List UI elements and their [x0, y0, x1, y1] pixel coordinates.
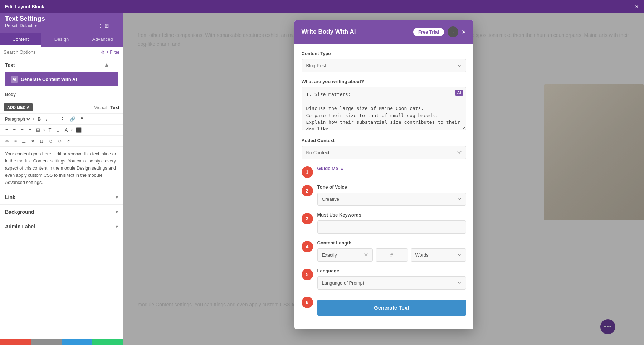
writing-topic-label: What are you writing about? [302, 79, 466, 84]
visual-tab[interactable]: Visual [94, 105, 107, 110]
bold-button[interactable]: B [36, 115, 43, 123]
generate-text-button[interactable]: Generate Text [317, 300, 466, 316]
redo-button[interactable]: ↻ [65, 137, 73, 145]
step-1-content: Guide Me ▲ [317, 166, 466, 173]
words-select[interactable]: Words Sentences Paragraphs [411, 248, 466, 262]
media-toolbar: ADD MEDIA Visual Text [0, 101, 123, 113]
undo-all-button[interactable]: ↺ [31, 339, 62, 345]
emoji-button[interactable]: ☺ [47, 137, 55, 145]
ordered-list-button[interactable]: ⋮ [58, 115, 67, 123]
text-tab[interactable]: Text [110, 105, 119, 110]
redo-all-button[interactable]: ↻ [62, 339, 92, 345]
panel-header-icons: ⛶ ⊞ ⋮ [96, 23, 118, 29]
chevron-up-icon[interactable]: ▲ [104, 62, 109, 68]
search-input[interactable] [4, 49, 98, 55]
link-label: Link [5, 194, 15, 200]
admin-chevron-icon: ▾ [116, 224, 118, 229]
superscript-button[interactable]: ⊥ [20, 137, 28, 145]
special-char-button[interactable]: Ω [38, 137, 45, 145]
background-section[interactable]: Background ▾ [0, 204, 123, 219]
step-2-row: 2 Tone of Voice Creative Professional Ca… [302, 184, 466, 206]
body-label: Body [5, 92, 118, 97]
cancel-button[interactable]: ✕ [0, 339, 31, 345]
link-section[interactable]: Link ▾ [0, 190, 123, 204]
text-settings-bar: Text Settings Preset: Default ▾ ⛶ ⊞ ⋮ [0, 13, 123, 33]
section-more-icon[interactable]: ⋮ [112, 62, 118, 68]
writing-topic-textarea[interactable]: I. Size Matters: Discuss the large size … [302, 87, 466, 130]
clear-format-button[interactable]: ⬛ [74, 126, 83, 134]
preset-label: Preset: Default ▾ [5, 23, 37, 28]
tab-advanced[interactable]: Advanced [82, 33, 123, 47]
bottom-toolbar: ✕ ↺ ↻ ✓ [0, 339, 123, 345]
modal-title: Write Body With AI [302, 28, 356, 35]
save-button[interactable]: ✓ [92, 339, 123, 345]
language-select[interactable]: Language of Prompt English Spanish Frenc… [317, 276, 466, 290]
add-media-button[interactable]: ADD MEDIA [4, 103, 33, 111]
text-style-button[interactable]: T [47, 126, 53, 134]
unordered-list-button[interactable]: ≡ [50, 115, 57, 123]
step-1-row: 1 Guide Me ▲ [302, 166, 466, 178]
tone-of-voice-select[interactable]: Creative Professional Casual Formal [317, 193, 466, 206]
align-center-button[interactable]: ≡ [11, 126, 18, 134]
admin-label-section[interactable]: Admin Label ▾ [0, 219, 123, 234]
step-4-row: 4 Content Length Exactly At least At mos… [302, 240, 466, 262]
free-trial-badge: Free Trial [413, 28, 444, 36]
filter-button[interactable]: ⚙ + Filter [101, 50, 119, 55]
settings-title: Text Settings [5, 15, 118, 23]
admin-label-text: Admin Label [5, 224, 35, 229]
step-2-circle: 2 [302, 185, 313, 196]
tabs-bar: Content Design Advanced [0, 33, 123, 47]
subscript-button[interactable]: ≈ [13, 137, 19, 145]
content-type-select[interactable]: Blog Post Article Product Description [302, 59, 466, 72]
align-right-button[interactable]: ≡ [19, 126, 25, 134]
step-4-circle: 4 [302, 241, 313, 252]
exactly-select[interactable]: Exactly At least At most About [317, 248, 373, 262]
view-tabs: Visual Text [94, 105, 119, 110]
guide-triangle-icon: ▲ [340, 166, 344, 170]
columns-icon[interactable]: ⊞ [104, 23, 109, 29]
align-justify-button[interactable]: ≡ [27, 126, 33, 134]
undo-button[interactable]: ↺ [56, 137, 64, 145]
link-button[interactable]: 🔗 [68, 115, 77, 123]
step-4-content: Content Length Exactly At least At most … [317, 240, 466, 262]
keywords-input[interactable] [317, 220, 466, 234]
section-icons: ▲ ⋮ [104, 62, 118, 68]
text-section-title: Text [5, 62, 15, 68]
step-3-circle: 3 [302, 213, 313, 224]
align-left-button[interactable]: ≡ [4, 126, 10, 134]
writing-topic-group: What are you writing about? I. Size Matt… [302, 79, 466, 131]
text-color-button[interactable]: A [63, 126, 70, 134]
ai-textarea-badge: AI [455, 90, 463, 96]
paragraph-select[interactable]: Paragraph [4, 116, 31, 122]
tab-content[interactable]: Content [0, 33, 41, 47]
table-dropdown-icon: ▾ [43, 128, 45, 132]
body-section: Body [0, 90, 123, 101]
fullscreen-icon[interactable]: ⛶ [96, 23, 101, 29]
tab-design[interactable]: Design [41, 33, 82, 47]
guide-me-link[interactable]: Guide Me [317, 166, 338, 171]
step-1-circle: 1 [302, 166, 313, 178]
added-context-select[interactable]: No Context Custom Context [302, 146, 466, 159]
step-6-row: 6 Generate Text [302, 296, 466, 316]
content-length-row: Exactly At least At most About Words Sen… [317, 248, 466, 262]
step-6-content: Generate Text [317, 296, 466, 316]
italic-button[interactable]: I [44, 115, 49, 123]
guide-me-row: Guide Me ▲ [317, 166, 466, 171]
generate-content-button[interactable]: AI Generate Content With AI [5, 72, 118, 86]
quote-button[interactable]: ❝ [79, 115, 85, 123]
underline-button[interactable]: U [54, 126, 61, 134]
filter-icon: ⚙ [101, 50, 105, 55]
formatting-toolbar-3: ✏ ≈ ⊥ ✕ Ω ☺ ↺ ↻ [0, 136, 123, 147]
code-button[interactable]: ✏ [4, 137, 11, 145]
top-bar-close-button[interactable]: × [635, 3, 639, 11]
search-bar: ⚙ + Filter [0, 47, 123, 58]
more-options-icon[interactable]: ⋮ [113, 23, 118, 29]
step-3-row: 3 Must Use Keywords [302, 212, 466, 234]
modal-close-button[interactable]: × [462, 28, 466, 35]
length-number-input[interactable] [376, 248, 408, 262]
ai-modal: Write Body With AI Free Trial U × Conten… [294, 20, 473, 329]
added-context-group: Added Context No Context Custom Context [302, 138, 466, 159]
hr-button[interactable]: ✕ [29, 137, 36, 145]
table-button[interactable]: ⊞ [34, 126, 42, 134]
left-panel: Text Settings Preset: Default ▾ ⛶ ⊞ ⋮ Co… [0, 13, 123, 345]
